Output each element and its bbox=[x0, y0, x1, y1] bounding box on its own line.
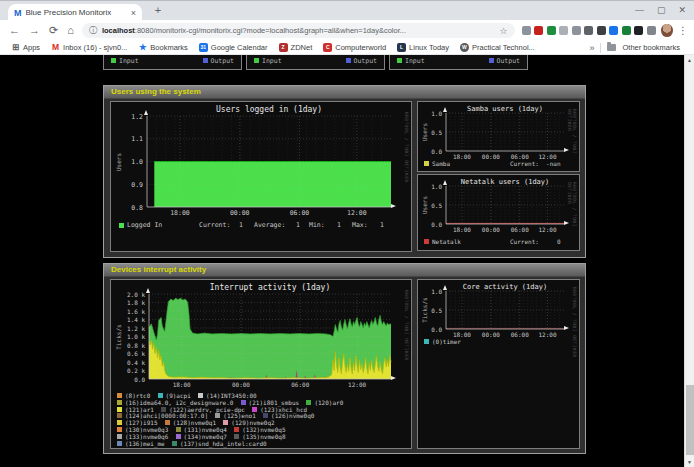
legend-swatch-icon bbox=[117, 420, 122, 425]
x-tick-label: 06:00 bbox=[506, 226, 534, 233]
search-extension-icon[interactable] bbox=[522, 26, 531, 35]
y-tick-label: 0.5 bbox=[418, 202, 442, 209]
scrollbar-thumb[interactable] bbox=[686, 385, 694, 455]
close-icon[interactable]: ✕ bbox=[678, 4, 686, 17]
legend-input: Input bbox=[254, 57, 282, 65]
bookmark-star-icon[interactable]: ☆ bbox=[500, 26, 508, 36]
url-text: localhost:8080/monitorix-cgi/monitorix.c… bbox=[102, 26, 496, 35]
mail-checker-icon[interactable] bbox=[534, 26, 543, 35]
legend-item: Max: bbox=[352, 221, 368, 229]
x-tick-label: 12:00 bbox=[533, 226, 561, 233]
list-extension-icon[interactable] bbox=[647, 26, 656, 35]
y-tick-label: 1.2 bbox=[111, 113, 143, 121]
legend-swatch-icon bbox=[223, 420, 228, 425]
copy-extension-icon[interactable] bbox=[559, 26, 568, 35]
legend-item: Min: bbox=[309, 221, 325, 229]
reload-icon[interactable]: ⟳ bbox=[49, 20, 58, 41]
samba-users-graph[interactable]: Samba users (1day)Users1.00.50.018:0000:… bbox=[417, 101, 580, 172]
other-bookmarks-label[interactable]: Other bookmarks bbox=[622, 43, 680, 52]
browser-menu-icon[interactable]: ⋮ bbox=[678, 25, 688, 36]
core-activity-graph[interactable]: Core activity (1day)Ticks/s1.00.50.018:0… bbox=[417, 279, 580, 449]
y-axis-arrow-icon bbox=[443, 107, 447, 112]
leaf-extension-icon[interactable] bbox=[547, 26, 556, 35]
bookmark-label: ZDNet bbox=[291, 43, 313, 52]
legend-item: Current: bbox=[199, 221, 230, 229]
interrupt-activity-graph[interactable]: Interrupt activity (1day)Ticks/s2.0 k1.8… bbox=[110, 279, 412, 449]
home-icon[interactable]: ⌂ bbox=[67, 20, 74, 41]
minimize-icon[interactable]: — bbox=[635, 4, 644, 17]
bookmark-item[interactable]: ⊞Apps bbox=[11, 43, 40, 52]
url-field[interactable]: ⓘ localhost:8080/monitorix-cgi/monitorix… bbox=[82, 23, 515, 38]
y-tick-label: 0.0 bbox=[418, 221, 442, 228]
y-tick-label: 1.0 bbox=[418, 183, 442, 190]
profile-avatar[interactable] bbox=[661, 24, 673, 37]
legend-item: 1 bbox=[337, 221, 341, 229]
back-icon[interactable]: ← bbox=[9, 20, 20, 41]
bookmark-item[interactable]: WPractical Technol... bbox=[460, 43, 535, 52]
plot-area bbox=[149, 294, 391, 379]
section-users: Users using the system Users logged in (… bbox=[103, 85, 586, 258]
x-tick-label: 18:00 bbox=[168, 381, 196, 388]
legend-swatch-icon bbox=[215, 413, 220, 418]
tab-strip: M Blue Precision Monitorix × + — ▢ ✕ bbox=[0, 0, 694, 20]
legend-swatch-icon bbox=[176, 434, 181, 439]
x-tick-label: 00:00 bbox=[226, 209, 254, 217]
bookmark-item[interactable]: 31Google Calendar bbox=[199, 43, 268, 52]
puzzle-extension-icon[interactable] bbox=[634, 26, 643, 35]
scroll-up-icon[interactable]: ▲ bbox=[685, 55, 694, 65]
users-logged-in-graph[interactable]: Users logged in (1day)Users1.21.11.00.90… bbox=[110, 101, 412, 252]
legend-swatch-icon bbox=[198, 393, 203, 398]
tablet-extension-icon[interactable] bbox=[572, 26, 581, 35]
scroll-down-icon[interactable]: ▼ bbox=[685, 457, 694, 467]
x-axis-arrow-icon bbox=[564, 326, 569, 330]
rrdtool-watermark: RRDTOOL / TOBI OETIKER bbox=[572, 287, 577, 358]
bookmark-item[interactable]: ★Bookmarks bbox=[138, 43, 188, 52]
url-rest: :8080/monitorix-cgi/monitorix.cgi?mode=l… bbox=[135, 26, 406, 35]
legend-swatch-icon bbox=[306, 400, 311, 405]
rrdtool-watermark: RRDTOOL / TOBI OETIKER bbox=[404, 290, 409, 361]
y-tick-label: 0.0 bbox=[418, 148, 442, 155]
legend-swatch-icon bbox=[161, 407, 166, 412]
legend-input: Input bbox=[397, 57, 425, 65]
phone-extension-icon[interactable] bbox=[597, 26, 606, 35]
tab-title: Blue Precision Monitorix bbox=[26, 8, 128, 17]
legend-swatch-icon bbox=[252, 407, 257, 412]
monitorix-page: Input Output Input Output Input Output U… bbox=[0, 55, 694, 467]
tab-close-icon[interactable]: × bbox=[131, 8, 136, 18]
bookmark-item[interactable]: ZZDNet bbox=[279, 43, 313, 52]
new-tab-button[interactable]: + bbox=[152, 5, 164, 17]
x-tick-label: 06:00 bbox=[506, 331, 534, 338]
x-tick-label: 00:00 bbox=[477, 226, 505, 233]
maximize-icon[interactable]: ▢ bbox=[657, 4, 666, 17]
adblock-icon[interactable] bbox=[584, 26, 593, 35]
bookmark-label: Linux Today bbox=[409, 43, 449, 52]
bookmarks-divider bbox=[600, 43, 601, 53]
legend-output: Output bbox=[489, 57, 520, 65]
output-swatch-icon bbox=[489, 58, 494, 63]
graph-title: Samba users (1day) bbox=[446, 105, 564, 113]
messenger-extension-icon[interactable] bbox=[609, 26, 618, 35]
forward-icon[interactable]: → bbox=[29, 20, 40, 41]
legend-swatch-icon bbox=[424, 239, 429, 244]
y-tick-label: 1.2 k bbox=[111, 325, 145, 332]
y-tick-label: 1.8 k bbox=[111, 299, 145, 306]
output-swatch-icon bbox=[346, 58, 351, 63]
graph-title: Netatalk users (1day) bbox=[446, 178, 564, 186]
y-tick-label: 1.4 k bbox=[111, 316, 145, 323]
netatalk-users-graph[interactable]: Netatalk users (1day)Users1.00.50.018:00… bbox=[417, 174, 580, 251]
legend-input: Input bbox=[111, 57, 139, 65]
bookmark-item[interactable]: LLinux Today bbox=[397, 43, 449, 52]
y-tick-label: 1.0 bbox=[111, 158, 143, 166]
bookmarks-overflow-icon[interactable]: » bbox=[589, 43, 594, 53]
page-scrollbar[interactable]: ▲ ▼ bbox=[684, 55, 694, 467]
monitorix-favicon-icon: M bbox=[14, 8, 22, 18]
bookmark-item[interactable]: MInbox (16) - sjvn0... bbox=[51, 43, 127, 52]
rrdtool-watermark: RRDTOOL / TOBI OETIKER bbox=[567, 109, 577, 171]
page-info-icon[interactable]: ⓘ bbox=[89, 25, 97, 36]
graph-title: Users logged in (1day) bbox=[147, 105, 391, 114]
status-extension-icon[interactable] bbox=[622, 26, 631, 35]
x-tick-label: 18:00 bbox=[448, 153, 476, 160]
bookmark-item[interactable]: CComputerworld bbox=[323, 43, 386, 52]
browser-tab[interactable]: M Blue Precision Monitorix × bbox=[8, 4, 142, 21]
y-tick-label: 0.0 bbox=[418, 326, 442, 333]
